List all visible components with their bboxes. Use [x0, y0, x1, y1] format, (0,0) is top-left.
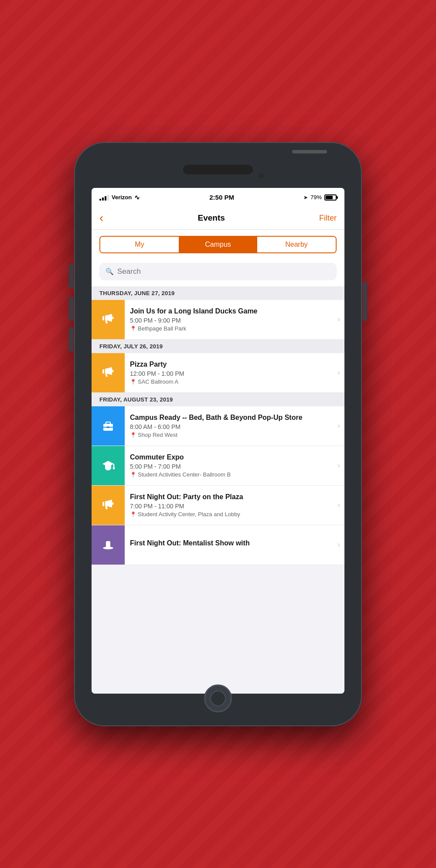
event-item-ducks-game[interactable]: Join Us for a Long Island Ducks Game 5:0…	[92, 300, 344, 340]
status-right: ➤ 79%	[303, 194, 337, 201]
page-title: Events	[198, 213, 225, 223]
svg-rect-11	[106, 542, 110, 548]
event-content-campus-ready: Campus Ready -- Bed, Bath & Beyond Pop-U…	[125, 406, 337, 446]
battery-icon	[324, 194, 337, 201]
search-icon: 🔍	[106, 268, 114, 276]
event-time-commuter: 5:00 PM - 7:00 PM	[130, 463, 333, 470]
status-bar: Verizon ∿ 2:50 PM ➤ 79%	[92, 188, 344, 207]
event-content-mentalist: First Night Out: Mentalist Show with	[125, 525, 337, 565]
location-pin-icon: 📍	[130, 326, 136, 332]
carrier-label: Verizon	[112, 194, 132, 201]
chevron-right-icon-3: ›	[337, 421, 344, 430]
date-header-july: FRIDAY, JULY 26, 2019	[92, 340, 344, 353]
segment-nearby[interactable]: Nearby	[257, 237, 336, 252]
event-title-mentalist: First Night Out: Mentalist Show with	[130, 539, 333, 548]
megaphone-icon-2	[101, 365, 116, 380]
event-item-mentalist[interactable]: First Night Out: Mentalist Show with ›	[92, 525, 344, 565]
event-location-campus-ready: 📍 Shop Red West	[130, 432, 333, 438]
event-time-ducks: 5:00 PM - 9:00 PM	[130, 317, 333, 324]
location-pin-icon-3: 📍	[130, 432, 136, 438]
event-title-pizza: Pizza Party	[130, 360, 333, 369]
phone-frame: Verizon ∿ 2:50 PM ➤ 79% ‹ Events Filter	[74, 142, 362, 726]
signal-bar-3	[105, 196, 106, 201]
event-location-ducks: 📍 Bethpage Ball Park	[130, 325, 333, 332]
chevron-right-icon: ›	[337, 315, 344, 324]
event-icon-first-night	[92, 486, 125, 525]
event-icon-pizza	[92, 353, 125, 392]
event-content-ducks: Join Us for a Long Island Ducks Game 5:0…	[125, 300, 337, 339]
event-time-first-night-party: 7:00 PM - 11:00 PM	[130, 503, 333, 510]
search-input[interactable]	[117, 267, 330, 276]
megaphone-icon	[101, 312, 116, 327]
phone-top-bar	[292, 150, 327, 153]
event-title-first-night-party: First Night Out: Party on the Plaza	[130, 493, 333, 502]
event-location-commuter: 📍 Student Activities Center- Ballroom B	[130, 471, 333, 478]
svg-rect-5	[107, 426, 109, 428]
event-item-commuter-expo[interactable]: Commuter Expo 5:00 PM - 7:00 PM 📍 Studen…	[92, 446, 344, 486]
signal-bars-icon	[99, 194, 109, 201]
hat-icon	[101, 538, 116, 552]
briefcase-icon	[101, 419, 116, 433]
phone-screen: Verizon ∿ 2:50 PM ➤ 79% ‹ Events Filter	[92, 188, 344, 694]
svg-point-9	[111, 502, 114, 505]
events-list: THURSDAY, JUNE 27, 2019 Join Us for a Lo…	[92, 286, 344, 694]
signal-bar-2	[102, 197, 104, 201]
event-item-first-night-party[interactable]: First Night Out: Party on the Plaza 7:00…	[92, 486, 344, 525]
event-time-campus-ready: 8:00 AM - 6:00 PM	[130, 423, 333, 430]
location-pin-icon-2: 📍	[130, 379, 136, 385]
phone-speaker	[183, 165, 253, 174]
svg-point-12	[106, 541, 110, 543]
chevron-right-icon-2: ›	[337, 368, 344, 377]
event-item-campus-ready[interactable]: Campus Ready -- Bed, Bath & Beyond Pop-U…	[92, 406, 344, 446]
event-icon-ducks	[92, 300, 125, 339]
event-location-first-night-party: 📍 Student Activity Center, Plaza and Lob…	[130, 511, 333, 517]
location-pin-icon-4: 📍	[130, 472, 136, 478]
chevron-right-icon-6: ›	[337, 540, 344, 549]
svg-point-0	[111, 317, 114, 319]
chevron-right-icon-4: ›	[337, 461, 344, 470]
signal-bar-4	[107, 195, 109, 201]
segment-my[interactable]: My	[100, 237, 179, 252]
nav-bar: ‹ Events Filter	[92, 207, 344, 230]
date-header-thursday: THURSDAY, JUNE 27, 2019	[92, 286, 344, 300]
svg-point-8	[113, 467, 115, 469]
event-icon-commuter	[92, 446, 125, 485]
event-title-campus-ready: Campus Ready -- Bed, Bath & Beyond Pop-U…	[130, 413, 333, 422]
event-location-pizza: 📍 SAC Ballroom A	[130, 378, 333, 385]
back-button[interactable]: ‹	[99, 212, 103, 224]
search-input-wrap: 🔍	[99, 263, 337, 280]
segment-control: My Campus Nearby	[99, 236, 337, 253]
status-left: Verizon ∿	[99, 194, 140, 201]
event-time-pizza: 12:00 PM - 1:00 PM	[130, 370, 333, 377]
location-arrow-icon: ➤	[303, 194, 308, 201]
event-content-commuter: Commuter Expo 5:00 PM - 7:00 PM 📍 Studen…	[125, 446, 337, 485]
segment-control-container: My Campus Nearby	[92, 230, 344, 259]
event-content-pizza: Pizza Party 12:00 PM - 1:00 PM 📍 SAC Bal…	[125, 353, 337, 392]
event-icon-campus-ready	[92, 406, 125, 446]
event-title-ducks: Join Us for a Long Island Ducks Game	[130, 307, 333, 316]
svg-rect-3	[106, 422, 110, 424]
signal-bar-1	[99, 199, 101, 201]
event-content-first-night-party: First Night Out: Party on the Plaza 7:00…	[125, 486, 337, 525]
svg-point-1	[111, 370, 114, 372]
phone-camera	[257, 172, 265, 180]
filter-button[interactable]: Filter	[319, 214, 337, 223]
home-button[interactable]	[204, 684, 232, 712]
segment-campus[interactable]: Campus	[179, 237, 257, 252]
status-time: 2:50 PM	[209, 194, 234, 201]
megaphone-icon-3	[101, 498, 116, 513]
event-title-commuter: Commuter Expo	[130, 453, 333, 462]
location-pin-icon-5: 📍	[130, 511, 136, 517]
battery-percent: 79%	[310, 194, 322, 201]
chevron-right-icon-5: ›	[337, 500, 344, 510]
event-item-pizza-party[interactable]: Pizza Party 12:00 PM - 1:00 PM 📍 SAC Bal…	[92, 353, 344, 393]
date-header-august: FRIDAY, AUGUST 23, 2019	[92, 393, 344, 406]
search-container: 🔍	[92, 259, 344, 286]
wifi-icon: ∿	[134, 194, 140, 201]
graduation-icon	[101, 458, 116, 473]
event-icon-mentalist	[92, 525, 125, 565]
svg-marker-6	[102, 461, 114, 467]
